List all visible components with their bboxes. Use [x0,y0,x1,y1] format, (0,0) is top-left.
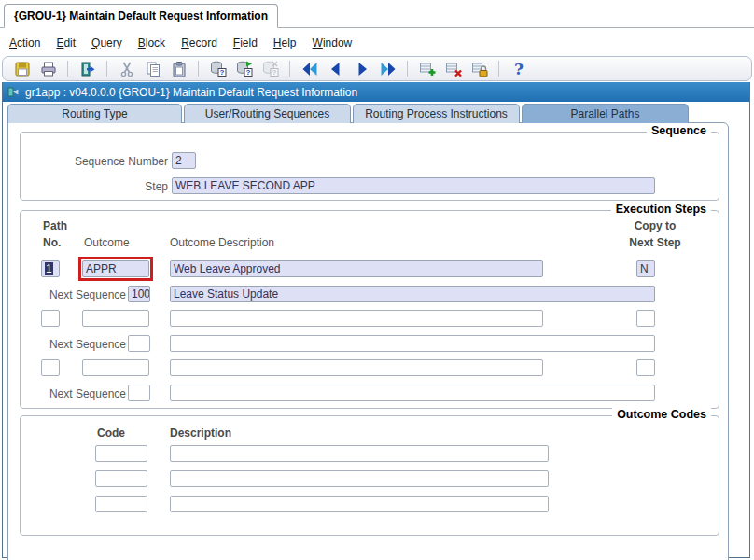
tab-parallel-paths[interactable]: Parallel Paths [522,104,689,123]
next-sequence-label: Next Sequence [30,338,126,351]
copy-to-next-step-field[interactable] [636,359,655,376]
next-sequence-description-field[interactable] [170,385,655,401]
outcome-header: Outcome [84,236,130,249]
copy-to-next-step-field[interactable] [636,310,655,327]
previous-record-icon[interactable] [324,58,347,79]
tab-content-panel: Sequence Sequence Number 2 Step WEB LEAV… [7,122,729,560]
execution-steps-group-label: Execution Steps [611,203,711,216]
next-sequence-description-field[interactable]: Leave Status Update [170,286,655,302]
toolbar: ? ? ? ? [2,56,752,81]
next-record-icon[interactable] [350,58,373,79]
execution-steps-groupbox: Execution Steps Path No. Outcome Outcome… [20,210,719,409]
menu-edit[interactable]: Edit [56,36,76,49]
code-field[interactable] [95,445,147,462]
code-header: Code [97,427,125,440]
exit-icon[interactable] [76,58,99,79]
copy-to-header: Copy to [616,219,694,232]
step-field[interactable]: WEB LEAVE SECOND APP [172,177,655,194]
menu-field[interactable]: Field [233,36,258,49]
menu-window[interactable]: Window [313,36,353,49]
description-header: Description [170,427,231,440]
window-title: {GROU-1} Maintain Default Request Inform… [14,9,268,22]
print-icon[interactable] [36,58,60,79]
delete-record-icon[interactable] [441,58,465,79]
next-sequence-field[interactable] [128,335,150,352]
next-sequence-description-field[interactable] [170,335,655,352]
toolbar-separator [407,61,408,77]
path-no-field[interactable] [41,359,60,376]
menu-bar: Action Edit Query Block Record Field Hel… [9,36,352,49]
outcome-description-field[interactable] [170,359,543,376]
sequence-group-label: Sequence [647,124,711,137]
svg-text:?: ? [245,68,250,77]
menu-record[interactable]: Record [181,36,217,49]
copy-to-next-step-field[interactable]: N [636,260,655,277]
copy-icon[interactable] [141,58,164,79]
path-no-field[interactable]: 1 [41,260,60,277]
outcome-description-field[interactable] [170,310,543,327]
step-label: Step [21,180,168,193]
code-field[interactable] [95,470,147,487]
description-field[interactable] [170,470,549,487]
toolbar-separator [67,61,68,77]
cancel-query-icon[interactable]: ? [258,58,282,79]
lock-record-icon[interactable] [468,58,491,79]
sequence-number-field[interactable]: 2 [172,152,196,169]
next-sequence-field[interactable]: 100 [128,286,150,302]
mdi-window-icon [7,86,20,98]
svg-text:?: ? [219,68,224,77]
next-sequence-label: Next Sequence [30,288,126,301]
mdi-window: gr1app : v04.0.0.0 {GROU-1} Maintain Def… [2,82,750,558]
outcome-field[interactable] [82,310,149,327]
menu-action[interactable]: Action [9,36,40,49]
mdi-title: gr1app : v04.0.0.0 {GROU-1} Maintain Def… [25,86,357,99]
current-field-indicator [78,257,153,281]
code-field[interactable] [95,496,147,512]
tab-routing-process-instructions[interactable]: Routing Process Instructions [353,104,520,123]
toolbar-separator [498,61,499,77]
last-record-icon[interactable] [376,58,399,79]
save-icon[interactable] [10,58,34,79]
outcome-codes-groupbox: Outcome Codes Code Description [20,415,719,536]
tab-user-routing-sequences[interactable]: User/Routing Sequences [184,104,351,123]
first-record-icon[interactable] [298,58,321,79]
description-field[interactable] [170,445,549,462]
outcome-description-header: Outcome Description [170,236,274,249]
description-field[interactable] [170,496,549,512]
tab-routing-type[interactable]: Routing Type [7,104,182,123]
sequence-groupbox: Sequence Sequence Number 2 Step WEB LEAV… [20,132,719,201]
path-no-field[interactable] [41,310,60,327]
path-header: Path [43,219,67,232]
menu-block[interactable]: Block [138,36,165,49]
mdi-titlebar[interactable]: gr1app : v04.0.0.0 {GROU-1} Maintain Def… [3,82,749,102]
tab-strip: Routing Type User/Routing Sequences Rout… [7,104,689,123]
svg-text:?: ? [272,68,276,77]
cut-icon[interactable] [115,58,138,79]
menu-query[interactable]: Query [91,36,122,49]
paste-icon[interactable] [167,58,190,79]
sequence-number-label: Sequence Number [21,155,168,168]
outcome-description-field[interactable]: Web Leave Approved [170,260,543,277]
execute-query-icon[interactable]: ? [232,58,256,79]
svg-text:?: ? [514,60,524,78]
help-icon[interactable]: ? [507,58,530,79]
outcome-codes-group-label: Outcome Codes [612,408,711,421]
menu-help[interactable]: Help [273,36,297,49]
toolbar-separator [198,61,199,77]
no-header: No. [43,236,61,249]
next-sequence-field[interactable] [128,385,150,401]
toolbar-separator [106,61,107,77]
next-step-header: Next Step [616,236,694,249]
toolbar-separator [289,61,290,77]
next-sequence-label: Next Sequence [30,387,126,400]
outcome-field[interactable] [82,359,149,376]
enter-query-icon[interactable]: ? [206,58,230,79]
insert-record-icon[interactable] [415,58,439,79]
window-title-tab[interactable]: {GROU-1} Maintain Default Request Inform… [4,4,278,28]
